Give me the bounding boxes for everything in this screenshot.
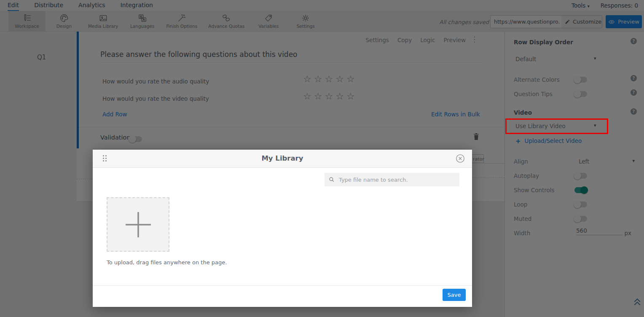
modal-footer-divider: [93, 285, 472, 286]
search-icon: [329, 177, 335, 183]
library-search-input[interactable]: [338, 176, 455, 183]
upload-hint-text: To upload, drag files anywhere on the pa…: [107, 259, 227, 266]
questionpro-editor: Edit Distribute Analytics Integration To…: [0, 0, 644, 317]
library-search-box: [325, 173, 459, 186]
annotation-highlight-box: [505, 118, 608, 134]
upload-file-tile[interactable]: [107, 197, 169, 252]
save-button[interactable]: Save: [443, 289, 466, 301]
plus-icon: [124, 210, 153, 239]
close-icon[interactable]: [456, 154, 465, 163]
modal-title: My Library: [93, 150, 472, 167]
my-library-modal: My Library To upload, drag files anywher…: [93, 150, 472, 307]
modal-header: My Library: [93, 150, 472, 168]
